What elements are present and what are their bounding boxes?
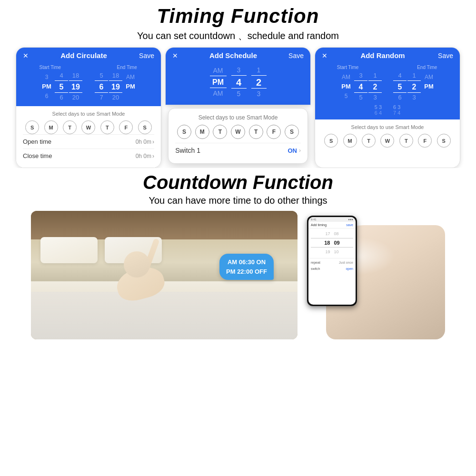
rand-end-label: End Time [408, 65, 446, 70]
mini-phone-frame: 9:41 ●●● Add timing save 17 08 [307, 216, 357, 306]
rand-extra-row: 5 3 6 3 [319, 104, 456, 110]
mini-header-left: Add timing [311, 223, 327, 227]
day-T1[interactable]: T [63, 120, 77, 134]
popup-smart-label: Select days to use Smart Mode [175, 114, 301, 121]
page-subtitle: You can set countdown 、schedule and rand… [137, 30, 339, 42]
sched-ampm: AM PM AM [210, 65, 227, 99]
right-ampm: AM PM [123, 72, 138, 101]
pillow-left [40, 237, 98, 263]
popup-day-F[interactable]: F [267, 125, 281, 139]
headboard [31, 211, 298, 239]
smart-mode-label-3: Select days to use Smart Mode [322, 124, 453, 130]
light-cone [357, 237, 395, 275]
left-mins: 18 19 20 [69, 71, 82, 102]
countdown-subtitle: You can have more time to do other thing… [149, 195, 327, 206]
phone-schedule-top: ✕ Add Schedule Save AM PM AM [165, 47, 311, 105]
speech-line1: AM 06:30 ON [226, 258, 267, 267]
rand-day-T2[interactable]: T [399, 134, 413, 148]
sched-mins: 1 2 3 [251, 65, 267, 99]
circulate-white-body: Select days to use Smart Mode S M T W T … [16, 106, 161, 168]
random-white-body: Select days to use Smart Mode S M T W T … [315, 119, 460, 152]
switch-on-val: ON [288, 147, 297, 154]
phones-row: ✕ Add Circulate Save Start Time End Time [0, 47, 476, 168]
open-time-row: Open time 0h 0m › [23, 134, 154, 149]
rand-right-h: 4 5 6 [393, 71, 407, 102]
phone-schedule-header: ✕ Add Schedule Save [166, 48, 310, 63]
open-val: 0h 0m › [136, 139, 154, 145]
phone-circulate: ✕ Add Circulate Save Start Time End Time [16, 47, 161, 168]
rand-day-S[interactable]: S [324, 134, 338, 148]
mini-time-row-3: 19 10 [311, 248, 353, 255]
close-icon-3[interactable]: ✕ [322, 52, 327, 60]
save-button[interactable]: Save [139, 52, 154, 60]
days-row-3: S M T W T F S [322, 134, 453, 148]
mini-switch-row: switch open [308, 266, 356, 272]
rand-right-ampm: AM PM [422, 72, 436, 101]
mini-header-right: save [346, 223, 353, 227]
top-section: Timing Function You can set countdown 、s… [0, 0, 476, 168]
close-label: Close time [23, 152, 52, 159]
rand-day-M[interactable]: M [343, 134, 357, 148]
day-M1[interactable]: M [44, 120, 58, 134]
sched-hours: 3 4 5 [231, 65, 247, 99]
mini-time-row-1: 17 08 [311, 230, 353, 237]
sheet [31, 292, 298, 339]
speech-line2: PM 22:00 OFF [226, 267, 267, 277]
rand-right-m: 1 2 3 [407, 71, 421, 102]
rand-left-m: 1 2 3 [368, 71, 382, 102]
popup-day-S2[interactable]: S [285, 125, 299, 139]
day-F1[interactable]: F [119, 120, 133, 134]
phone-random-header: ✕ Add Random Save [315, 48, 460, 63]
mini-repeat-label: repeat [311, 261, 320, 264]
rand-day-F[interactable]: F [418, 134, 432, 148]
close-icon[interactable]: ✕ [23, 52, 29, 60]
popup-day-S[interactable]: S [177, 125, 191, 139]
bed-photo: AM 06:30 ON PM 22:00 OFF [31, 211, 298, 339]
speech-bubble: AM 06:30 ON PM 22:00 OFF [219, 254, 274, 280]
chevron-right-icon: › [152, 139, 154, 145]
switch-row: Switch 1 ON › [175, 143, 301, 158]
close-icon-2[interactable]: ✕ [172, 52, 178, 60]
mini-divider [308, 258, 356, 258]
schedule-popup: Select days to use Smart Mode S M T W T … [168, 108, 308, 164]
mini-repeat-row: repeat Just once [308, 259, 356, 266]
save-button-2[interactable]: Save [288, 52, 304, 60]
chevron-right-icon-2: › [152, 153, 154, 159]
right-hours: 5 6 7 [95, 71, 108, 102]
close-val: 0h 0m › [136, 153, 154, 159]
left-ampm: 3 PM 6 [40, 72, 54, 101]
day-S2[interactable]: S [138, 120, 152, 134]
mini-repeat-val: Just once [339, 261, 353, 264]
circulate-time-body: Start Time End Time 3 PM 6 [16, 63, 161, 106]
save-button-3[interactable]: Save [438, 52, 453, 60]
rand-left-ampm: AM PM 5 [339, 72, 353, 101]
rand-day-W[interactable]: W [380, 134, 394, 148]
day-W1[interactable]: W [81, 120, 95, 134]
mini-time-row-sel: 18 09 [311, 238, 353, 248]
popup-day-T2[interactable]: T [249, 125, 263, 139]
popup-day-M[interactable]: M [195, 125, 209, 139]
rand-day-S2[interactable]: S [437, 134, 451, 148]
day-T2[interactable]: T [100, 120, 114, 134]
chevron-right-icon-3: › [299, 147, 301, 154]
mini-switch-val: open [346, 267, 353, 270]
phone-random: ✕ Add Random Save Start Time End Time AM [315, 47, 460, 168]
phone-schedule-title: Add Schedule [209, 51, 257, 60]
rand-day-T[interactable]: T [362, 134, 376, 148]
smart-mode-label-1: Select days to use Smart Mode [23, 111, 154, 117]
day-S1[interactable]: S [25, 120, 39, 134]
mini-switch-label: switch [311, 267, 320, 270]
rand-start-label: Start Time [329, 65, 367, 70]
days-row-1: S M T W T F S [23, 120, 154, 134]
phone-random-title: Add Random [360, 51, 405, 60]
bottom-images-row: AM 06:30 ON PM 22:00 OFF 9:41 ●●● [0, 211, 476, 339]
left-hours: 4 5 6 [55, 71, 68, 102]
popup-day-T[interactable]: T [213, 125, 227, 139]
switch-on-area[interactable]: ON › [288, 147, 301, 154]
popup-day-W[interactable]: W [231, 125, 245, 139]
rand-left-h: 3 4 5 [354, 71, 367, 102]
popup-days-row: S M T W T F S [175, 125, 301, 139]
end-time-label: End Time [108, 65, 146, 70]
right-mins: 18 19 20 [109, 71, 122, 102]
countdown-title: Countdown Function [143, 172, 333, 193]
